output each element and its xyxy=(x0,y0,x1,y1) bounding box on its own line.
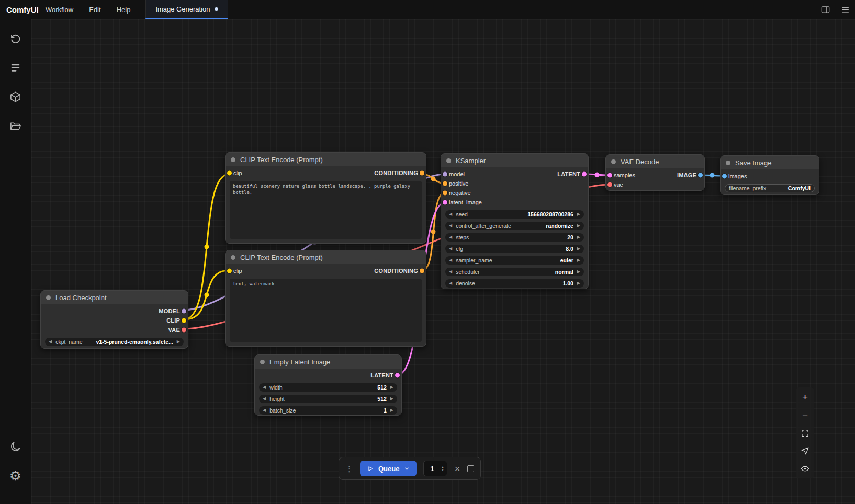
node-empty-latent-image[interactable]: Empty Latent Image LATENT ◀ width 512 ▶ … xyxy=(254,354,402,416)
output-dot-conditioning[interactable] xyxy=(420,171,424,176)
decrement-icon[interactable]: ◀ xyxy=(449,212,452,216)
node-clip-text-encode-positive[interactable]: CLIP Text Encode (Prompt) clip CONDITION… xyxy=(225,152,426,244)
node-title-bar[interactable]: CLIP Text Encode (Prompt) xyxy=(226,153,426,166)
decrement-icon[interactable]: ◀ xyxy=(263,397,266,401)
increment-icon[interactable]: ▶ xyxy=(577,281,580,285)
input-dot-vae[interactable] xyxy=(608,182,612,187)
widget-cfg[interactable]: ◀ cfg 8.0 ▶ xyxy=(445,245,584,253)
node-vae-decode[interactable]: VAE Decode samples IMAGE vae xyxy=(605,154,705,191)
node-title-bar[interactable]: Load Checkpoint xyxy=(41,291,188,304)
node-save-image[interactable]: Save Image images filename_prefix ComfyU… xyxy=(720,155,819,195)
input-dot-negative[interactable] xyxy=(443,191,447,196)
output-dot-latent[interactable] xyxy=(395,373,400,378)
fit-view-icon[interactable] xyxy=(796,424,814,442)
widget-height[interactable]: ◀ height 512 ▶ xyxy=(259,395,397,403)
widget-ckpt-name[interactable]: ◀ ckpt_name v1-5-pruned-emaonly.safete..… xyxy=(45,338,184,346)
decrement-icon[interactable]: ◀ xyxy=(449,258,452,262)
increment-icon[interactable]: ▶ xyxy=(577,224,580,228)
widget-batch-size[interactable]: ◀ batch_size 1 ▶ xyxy=(259,406,397,415)
node-title-bar[interactable]: KSampler xyxy=(441,154,588,167)
prompt-textarea[interactable]: text, watermark xyxy=(230,279,422,342)
node-load-checkpoint[interactable]: Load Checkpoint MODEL CLIP VAE ◀ ckpt_na… xyxy=(40,290,188,349)
clear-queue-icon[interactable]: × xyxy=(454,464,460,474)
node-title-bar[interactable]: VAE Decode xyxy=(606,155,704,168)
collapse-dot-icon[interactable] xyxy=(726,161,730,165)
zoom-in-icon[interactable]: + xyxy=(796,388,814,406)
toggle-visibility-eye-icon[interactable] xyxy=(796,460,814,477)
decrement-icon[interactable]: ◀ xyxy=(449,270,452,274)
output-dot-vae[interactable] xyxy=(182,328,186,333)
input-dot-model[interactable] xyxy=(443,172,447,177)
output-dot-conditioning[interactable] xyxy=(420,269,424,273)
count-stepper[interactable]: ▲ ▼ xyxy=(442,466,444,472)
input-dot-latent-image[interactable] xyxy=(443,200,447,205)
collapse-dot-icon[interactable] xyxy=(231,157,235,162)
increment-icon[interactable]: ▶ xyxy=(390,408,393,413)
slot-row: vae xyxy=(606,180,704,189)
menu-workflow[interactable]: Workflow xyxy=(38,0,81,19)
collapse-dot-icon[interactable] xyxy=(231,255,235,260)
widget-denoise[interactable]: ◀ denoise 1.00 ▶ xyxy=(445,279,584,288)
stop-icon[interactable] xyxy=(467,465,474,472)
drag-handle-icon[interactable]: ⋮ xyxy=(345,465,353,473)
menu-edit[interactable]: Edit xyxy=(81,0,108,19)
collapse-dot-icon[interactable] xyxy=(260,360,265,364)
input-dot-images[interactable] xyxy=(722,174,727,179)
hamburger-menu-icon[interactable] xyxy=(835,0,855,19)
decrement-icon[interactable]: ◀ xyxy=(449,224,452,228)
increment-icon[interactable]: ▶ xyxy=(577,258,580,262)
widget-steps[interactable]: ◀ steps 20 ▶ xyxy=(445,233,584,242)
node-ksampler[interactable]: KSampler model LATENT positive negative … xyxy=(441,153,589,289)
model-library-icon[interactable] xyxy=(1,82,30,111)
input-dot-positive[interactable] xyxy=(443,181,447,186)
increment-icon[interactable]: ▶ xyxy=(577,270,580,274)
increment-icon[interactable]: ▶ xyxy=(177,340,180,344)
decrement-icon[interactable]: ◀ xyxy=(49,340,52,344)
widget-width[interactable]: ◀ width 512 ▶ xyxy=(259,383,397,392)
queue-list-icon[interactable] xyxy=(1,53,30,82)
tab-image-generation[interactable]: Image Generation xyxy=(145,0,228,19)
output-dot-model[interactable] xyxy=(182,309,186,314)
collapse-dot-icon[interactable] xyxy=(46,295,51,300)
decrement-icon[interactable]: ◀ xyxy=(449,247,452,251)
stepper-up-icon[interactable]: ▲ xyxy=(442,466,444,468)
output-dot-image[interactable] xyxy=(698,173,703,178)
node-title-bar[interactable]: Save Image xyxy=(721,156,819,169)
widget-scheduler[interactable]: ◀ scheduler normal ▶ xyxy=(445,268,584,276)
widget-control-after-generate[interactable]: ◀ control_after_generate randomize ▶ xyxy=(445,222,584,230)
input-dot-clip[interactable] xyxy=(227,269,232,273)
increment-icon[interactable]: ▶ xyxy=(577,235,580,239)
settings-gear-icon[interactable]: ⚙ xyxy=(1,461,30,490)
prompt-textarea[interactable]: beautiful scenery nature glass bottle la… xyxy=(230,181,422,239)
history-icon[interactable] xyxy=(1,24,30,53)
collapse-dot-icon[interactable] xyxy=(611,159,616,164)
output-dot-clip[interactable] xyxy=(182,318,186,323)
widget-sampler-name[interactable]: ◀ sampler_name euler ▶ xyxy=(445,256,584,265)
output-dot-latent[interactable] xyxy=(582,172,587,177)
menu-help[interactable]: Help xyxy=(109,0,139,19)
select-mode-icon[interactable] xyxy=(796,442,814,460)
increment-icon[interactable]: ▶ xyxy=(390,397,393,401)
increment-icon[interactable]: ▶ xyxy=(577,247,580,251)
widget-seed[interactable]: ◀ seed 156680208700286 ▶ xyxy=(445,210,584,219)
queue-button[interactable]: Queue xyxy=(360,461,417,476)
increment-icon[interactable]: ▶ xyxy=(577,212,580,216)
decrement-icon[interactable]: ◀ xyxy=(263,385,266,390)
input-dot-samples[interactable] xyxy=(608,173,612,178)
batch-count-input[interactable]: 1 ▲ ▼ xyxy=(423,461,447,476)
theme-moon-icon[interactable] xyxy=(1,432,30,461)
node-title-bar[interactable]: Empty Latent Image xyxy=(255,355,401,369)
stepper-down-icon[interactable]: ▼ xyxy=(442,469,444,472)
input-dot-clip[interactable] xyxy=(227,171,232,176)
toggle-panel-icon[interactable] xyxy=(815,0,835,19)
increment-icon[interactable]: ▶ xyxy=(390,385,393,390)
node-title-bar[interactable]: CLIP Text Encode (Prompt) xyxy=(226,250,426,264)
decrement-icon[interactable]: ◀ xyxy=(449,235,452,239)
collapse-dot-icon[interactable] xyxy=(446,158,451,163)
decrement-icon[interactable]: ◀ xyxy=(449,281,452,285)
zoom-out-icon[interactable]: − xyxy=(796,406,814,424)
widget-filename-prefix[interactable]: filename_prefix ComfyUI xyxy=(725,184,815,192)
workflows-folder-icon[interactable] xyxy=(1,111,30,141)
node-clip-text-encode-negative[interactable]: CLIP Text Encode (Prompt) clip CONDITION… xyxy=(225,250,426,347)
decrement-icon[interactable]: ◀ xyxy=(263,408,266,413)
